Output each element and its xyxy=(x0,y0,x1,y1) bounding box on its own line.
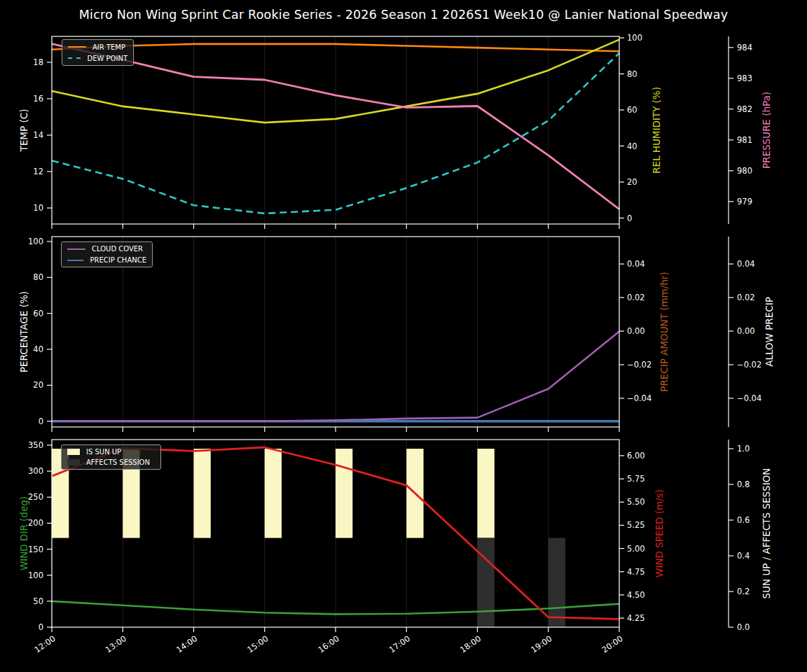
tick-label: 5.50 xyxy=(627,497,645,507)
tick-label: 0.02 xyxy=(737,293,755,302)
is-sun-up-bar xyxy=(194,449,211,538)
tick-label: −0.02 xyxy=(737,360,761,370)
tick-label: 0.8 xyxy=(737,479,750,489)
is-sun-up-bar xyxy=(336,449,352,538)
legend-swatch xyxy=(67,449,80,455)
axis-label-sun-up: SUN UP / AFFECTS SESSION xyxy=(759,428,774,638)
x-tick-label: 12:00 xyxy=(33,634,57,654)
legend-swatch xyxy=(67,248,85,250)
tick-label: 60 xyxy=(627,105,637,115)
tick-label: 20 xyxy=(627,177,637,187)
tick-label: 0.4 xyxy=(737,551,750,561)
tick-label: 0.6 xyxy=(737,515,750,525)
tick-label: 0.2 xyxy=(737,587,750,596)
tick-label: 4.25 xyxy=(627,613,645,623)
legend-label: IS SUN UP xyxy=(86,448,121,456)
axis-label-wind-speed: WIND SPEED (m/s) xyxy=(651,428,667,638)
axis-label-precip-amount: PRECIP AMOUNT (mm/hr) xyxy=(656,227,672,437)
legend-item: DEW POINT xyxy=(68,54,127,63)
axis-label-rel-humidity: REL HUMIDITY (%) xyxy=(649,25,664,235)
x-tick-label: 13:00 xyxy=(104,634,128,654)
tick-label: 40 xyxy=(627,141,637,151)
tick-label: −0.04 xyxy=(627,393,651,403)
x-tick-label: 19:00 xyxy=(529,634,553,654)
tick-label: 6.00 xyxy=(627,451,645,461)
tick-label: 60 xyxy=(33,309,43,318)
tick-label: 0.02 xyxy=(627,293,645,302)
tick-label: 979 xyxy=(737,197,752,206)
x-tick-label: 15:00 xyxy=(245,634,270,654)
is-sun-up-bar xyxy=(478,449,495,538)
tick-label: 14 xyxy=(33,130,43,140)
tick-label: 1.0 xyxy=(737,444,750,454)
tick-label: 50 xyxy=(33,596,43,606)
tick-label: 80 xyxy=(627,69,637,79)
legend-item: CLOUD COVER xyxy=(67,244,146,253)
legend-item: AIR TEMP xyxy=(68,43,127,52)
tick-label: 10 xyxy=(33,203,43,213)
tick-label: 983 xyxy=(737,74,752,83)
tick-label: 12 xyxy=(33,167,43,176)
tick-label: 0.00 xyxy=(627,326,645,336)
tick-label: 981 xyxy=(737,135,752,145)
legend-cloud-panel: CLOUD COVERPRECIP CHANCE xyxy=(61,241,153,267)
tick-label: 80 xyxy=(33,272,43,282)
legend-label: DEW POINT xyxy=(87,55,127,62)
legend-item: AFFECTS SESSION xyxy=(67,458,155,468)
tick-label: 4.75 xyxy=(627,567,645,577)
axis-label-pressure: PRESSURE (hPa) xyxy=(759,25,774,235)
legend-wind-panel: IS SUN UPAFFECTS SESSION xyxy=(61,444,161,470)
affects-session-bar xyxy=(549,538,565,627)
tick-label: 0.04 xyxy=(627,259,645,269)
tick-label: 982 xyxy=(737,104,752,114)
tick-label: 0.00 xyxy=(737,326,755,336)
tick-label: 4.50 xyxy=(627,590,645,600)
tick-label: 984 xyxy=(737,43,752,52)
axis-label-percentage: PERCENTAGE (%) xyxy=(16,227,32,437)
tick-label: 5.25 xyxy=(627,520,645,530)
forecast-chart: 1012141618020406080100979980981982983984… xyxy=(0,0,807,672)
tick-label: 0 xyxy=(39,622,43,632)
tick-label: 5.00 xyxy=(627,544,645,554)
axis-label-allow-precip: ALLOW PRECIP xyxy=(761,227,777,437)
legend-temperature-panel: AIR TEMPDEW POINT xyxy=(62,39,134,66)
axis-label-wind-dir: WIND DIR (deg) xyxy=(16,428,32,638)
legend-label: AIR TEMP xyxy=(92,43,125,51)
legend-swatch xyxy=(67,459,80,465)
tick-label: 5.75 xyxy=(627,474,645,484)
tick-label: 980 xyxy=(737,166,752,176)
legend-swatch xyxy=(68,46,86,48)
legend-item: PRECIP CHANCE xyxy=(67,255,146,265)
tick-label: 0.0 xyxy=(737,622,750,632)
weather-forecast-figure: 1012141618020406080100979980981982983984… xyxy=(0,0,807,672)
tick-label: −0.02 xyxy=(627,360,651,370)
affects-session-bar xyxy=(478,538,495,627)
x-tick-label: 17:00 xyxy=(387,634,412,654)
x-tick-label: 16:00 xyxy=(317,634,341,654)
legend-label: AFFECTS SESSION xyxy=(86,458,150,466)
chart-title: Micro Non Wing Sprint Car Rookie Series … xyxy=(0,8,807,22)
tick-label: 16 xyxy=(33,94,43,104)
tick-label: 0.04 xyxy=(737,259,755,269)
is-sun-up-bar xyxy=(265,449,282,538)
legend-swatch xyxy=(67,260,83,261)
tick-label: 100 xyxy=(627,33,642,43)
legend-label: PRECIP CHANCE xyxy=(90,256,146,264)
tick-label: 0 xyxy=(39,416,43,426)
legend-item: IS SUN UP xyxy=(67,447,155,456)
tick-label: 20 xyxy=(33,380,43,390)
tick-label: 18 xyxy=(33,57,43,67)
tick-label: 40 xyxy=(33,344,43,354)
axis-label-temp: TEMP (C) xyxy=(16,25,32,235)
legend-swatch xyxy=(68,57,81,59)
legend-label: CLOUD COVER xyxy=(92,245,143,253)
tick-label: −0.04 xyxy=(737,393,761,403)
x-tick-label: 18:00 xyxy=(458,634,483,654)
x-tick-label: 14:00 xyxy=(174,634,199,654)
x-tick-label: 20:00 xyxy=(600,634,625,654)
tick-label: 0 xyxy=(627,214,632,223)
